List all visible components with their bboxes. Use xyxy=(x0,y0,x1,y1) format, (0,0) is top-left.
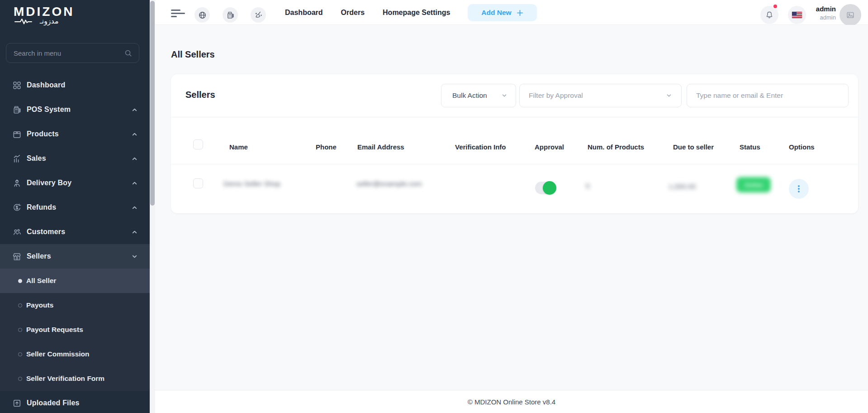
chevron-up-icon xyxy=(131,155,138,162)
page-title: All Sellers xyxy=(171,49,215,60)
language-button[interactable] xyxy=(788,6,806,24)
refund-icon xyxy=(12,203,22,212)
column-header-phone: Phone xyxy=(316,143,337,151)
column-header-name: Name xyxy=(229,143,248,151)
copyright-text: © MDIZON Online Store v8.4 xyxy=(468,398,555,406)
brand-name-arabic: مدزونـ xyxy=(40,17,59,25)
user-name: admin xyxy=(816,5,836,13)
status-badge: Active xyxy=(736,177,771,192)
row-checkbox[interactable] xyxy=(193,178,203,188)
grid-icon xyxy=(12,81,22,90)
select-all-checkbox[interactable] xyxy=(193,139,203,149)
filter-by-approval-dropdown[interactable]: Filter by Approval xyxy=(519,84,682,107)
bullet-circle-icon xyxy=(18,352,22,356)
user-role: admin xyxy=(816,14,836,21)
sidebar-item-sellers[interactable]: Sellers xyxy=(0,244,150,269)
topbar: Dashboard Orders Homepage Settings Add N… xyxy=(155,0,868,25)
column-header-due: Due to seller xyxy=(673,143,714,151)
notification-badge-dot xyxy=(773,4,778,9)
nav-link-homepage-settings[interactable]: Homepage Settings xyxy=(383,9,450,17)
nav-link-dashboard[interactable]: Dashboard xyxy=(285,9,323,17)
people-icon xyxy=(12,227,22,237)
submenu-item-payouts[interactable]: Payouts xyxy=(0,293,150,317)
sidebar-item-uploaded-files[interactable]: Uploaded Files xyxy=(0,391,150,413)
submenu-item-seller-verification-form[interactable]: Seller Verification Form xyxy=(0,366,150,391)
row-options-button[interactable] xyxy=(789,179,809,199)
add-new-button[interactable]: Add New xyxy=(468,4,537,21)
search-icon xyxy=(124,49,133,58)
sidebar-item-delivery-boy[interactable]: Delivery Boy xyxy=(0,171,150,195)
column-header-status: Status xyxy=(740,143,760,151)
submenu-item-seller-commission[interactable]: Seller Commission xyxy=(0,342,150,366)
seller-search-input[interactable] xyxy=(687,84,849,107)
sidebar-item-customers[interactable]: Customers xyxy=(0,220,150,244)
footer: © MDIZON Online Store v8.4 xyxy=(155,390,868,413)
chevron-down-icon xyxy=(666,92,672,99)
sidebar-search xyxy=(6,43,139,63)
sidebar-item-sales[interactable]: Sales xyxy=(0,146,150,171)
sidebar: MDIZON مدزونـ Dashboard xyxy=(0,0,150,413)
dots-vertical-icon xyxy=(798,185,800,187)
sidebar-item-pos-system[interactable]: POS System xyxy=(0,97,150,122)
brand-logo[interactable]: MDIZON مدزونـ xyxy=(14,5,74,25)
image-placeholder-icon xyxy=(845,10,855,20)
column-header-num-products: Num. of Products xyxy=(588,143,644,151)
chevron-up-icon xyxy=(131,106,138,113)
approval-toggle[interactable] xyxy=(535,182,556,194)
row-divider xyxy=(171,164,858,164)
sidebar-scrollbar-thumb[interactable] xyxy=(150,1,155,206)
chevron-down-icon xyxy=(501,92,508,99)
website-button[interactable] xyxy=(194,7,210,23)
toggle-knob xyxy=(543,181,556,195)
pos-terminal-icon xyxy=(12,105,22,115)
chevron-up-icon xyxy=(131,204,138,211)
chevron-up-icon xyxy=(131,131,138,138)
bullet-dot-icon xyxy=(18,279,22,283)
submenu-item-payout-requests[interactable]: Payout Requests xyxy=(0,317,150,342)
bullet-circle-icon xyxy=(18,303,22,307)
sidebar-search-input[interactable] xyxy=(6,49,124,57)
hamburger-menu-icon[interactable] xyxy=(171,10,185,19)
plus-icon xyxy=(517,10,523,16)
nav-link-orders[interactable]: Orders xyxy=(341,9,365,17)
us-flag-icon xyxy=(792,11,802,19)
sidebar-scrollbar-track xyxy=(150,0,155,413)
bell-icon xyxy=(765,10,774,19)
submenu-item-all-seller[interactable]: All Seller xyxy=(0,269,150,293)
sellers-card: Sellers Bulk Action Filter by Approval N… xyxy=(171,74,858,213)
avatar[interactable] xyxy=(840,4,861,26)
waveform-icon xyxy=(14,18,38,25)
sellers-card-header: Sellers Bulk Action Filter by Approval xyxy=(171,74,858,117)
sidebar-item-products[interactable]: Products xyxy=(0,122,150,146)
sidebar-item-refunds[interactable]: Refunds xyxy=(0,195,150,220)
bullet-circle-icon xyxy=(18,328,22,332)
user-menu[interactable]: admin admin xyxy=(816,5,836,21)
broom-icon xyxy=(254,11,263,19)
main-content: All Sellers Sellers Bulk Action Filter b… xyxy=(155,25,868,390)
card-title: Sellers xyxy=(185,90,215,100)
chevron-up-icon xyxy=(131,229,138,235)
seller-name: Demo Seller Shop xyxy=(223,180,280,188)
sidebar-menu: Dashboard POS System Products xyxy=(0,73,150,413)
cache-clear-button[interactable] xyxy=(251,7,266,23)
bullet-circle-icon xyxy=(18,377,22,381)
chevron-down-icon xyxy=(131,253,138,260)
column-header-approval: Approval xyxy=(535,143,564,151)
upload-icon xyxy=(12,399,22,408)
sidebar-item-dashboard[interactable]: Dashboard xyxy=(0,73,150,97)
column-header-options: Options xyxy=(789,143,815,151)
globe-icon xyxy=(198,11,207,19)
seller-email: seller@example.com xyxy=(356,180,422,188)
pos-button[interactable] xyxy=(223,7,238,23)
pos-terminal-icon xyxy=(226,11,235,19)
chevron-up-icon xyxy=(131,180,138,187)
topbar-nav: Dashboard Orders Homepage Settings xyxy=(285,0,450,25)
chart-bars-icon xyxy=(12,154,22,163)
sellers-submenu: All Seller Payouts Payout Requests Selle… xyxy=(0,269,150,391)
box-icon xyxy=(12,130,22,139)
bulk-action-dropdown[interactable]: Bulk Action xyxy=(441,84,516,107)
column-header-email: Email Address xyxy=(357,143,404,151)
due-to-seller-value: 1,000.00 xyxy=(669,182,696,191)
column-header-verification: Verification Info xyxy=(455,143,506,151)
num-products-value: 5 xyxy=(586,182,590,190)
